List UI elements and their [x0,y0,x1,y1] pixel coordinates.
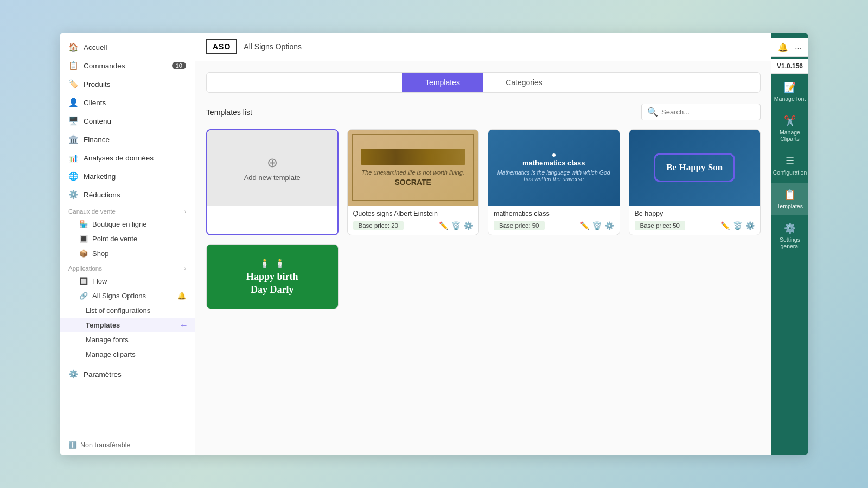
manage-font-icon: 📝 [784,81,796,93]
math-footer: mathematics class Base price: 50 ✏️ 🗑️ ⚙… [488,206,620,235]
sidebar-nav: 🏠 Accueil 📋 Commandes 10 🏷️ Produits 👤 C… [60,33,195,434]
templates-arrow: ← [180,320,188,330]
plus-icon: ⊕ [267,155,278,170]
sidebar-item-reductions[interactable]: ⚙️ Réductions [60,185,195,204]
rp-manage-font[interactable]: 📝 Manage font [771,76,808,107]
happy-footer: Be happy Base price: 50 ✏️ 🗑️ ⚙️ [629,206,761,235]
math-name: mathematics class [494,210,614,217]
app-title: All Signs Options [244,42,302,51]
commandes-badge: 10 [172,62,186,69]
right-panel: 🔔 ··· V1.0.156 📝 Manage font ✂️ Manage C… [771,33,808,455]
rp-configuration[interactable]: ☰ Configuration [771,150,808,181]
marketing-icon: 🌐 [68,171,78,181]
template-card-happy: Be Happy Son Be happy Base price: 50 ✏️ … [629,129,761,235]
math-price: Base price: 50 [494,221,545,230]
math-actions: ✏️ 🗑️ ⚙️ [580,221,614,230]
happy-name: Be happy [635,210,755,217]
happy-image: Be Happy Son [629,130,761,206]
einstein-settings-icon[interactable]: ⚙️ [464,221,473,230]
einstein-edit-icon[interactable]: ✏️ [439,221,448,230]
main-body: Templates Categories Templates list 🔍 ⊕ … [195,61,771,455]
einstein-delete-icon[interactable]: 🗑️ [451,221,461,230]
sidebar-item-templates[interactable]: Templates ← [60,318,195,332]
templates-grid: ⊕ Add new template The unexamined life i… [206,129,761,309]
einstein-footer: Quotes signs Albert Einstein Base price:… [348,206,479,235]
happy-delete-icon[interactable]: 🗑️ [733,221,742,230]
tab-templates[interactable]: Templates [402,73,483,92]
section-applications[interactable]: Applications › [60,261,195,274]
section-title: Templates list [206,108,252,117]
finance-icon: 🏛️ [68,134,78,144]
boutique-icon: 🏪 [79,220,88,228]
flow-icon: 🔲 [79,277,88,285]
configuration-icon: ☰ [786,155,794,167]
all-signs-icon: 🔗 [79,292,88,300]
content-icon: 🖥️ [68,116,78,126]
dots-icon[interactable]: ··· [795,43,802,52]
einstein-border [352,134,475,201]
settings-icon: ⚙️ [784,222,796,234]
right-panel-top-bar: 🔔 ··· [771,38,808,57]
section-canaux[interactable]: Canaux de vente › [60,204,195,217]
template-card-math: mathematics class Mathematics is the lan… [488,129,620,235]
sidebar-item-finance[interactable]: 🏛️ Finance [60,130,195,149]
template-card-einstein: The unexamined life is not worth living.… [347,129,480,235]
rp-templates[interactable]: 📋 Templates [771,183,808,215]
happy-price: Base price: 50 [635,221,686,230]
einstein-price-row: Base price: 20 ✏️ 🗑️ ⚙️ [353,221,474,230]
sidebar-item-flow[interactable]: 🔲 Flow [60,274,195,288]
happy-edit-icon[interactable]: ✏️ [720,221,730,230]
rp-templates-icon: 📋 [784,189,796,201]
add-new-image: ⊕ Add new template [207,130,337,206]
main-header: ASO All Signs Options [195,33,771,61]
sidebar-item-contenu[interactable]: 🖥️ Contenu [60,112,195,130]
sidebar-item-commandes[interactable]: 📋 Commandes 10 [60,56,195,75]
point-vente-icon: 🔳 [79,235,88,243]
products-icon: 🏷️ [68,79,78,89]
manage-cliparts-icon: ✂️ [784,115,796,127]
info-icon: ℹ️ [68,441,77,449]
search-input[interactable] [661,108,755,116]
clients-icon: 👤 [68,98,78,107]
rp-manage-cliparts[interactable]: ✂️ Manage Cliparts [771,110,808,147]
sidebar-item-point-vente[interactable]: 🔳 Point de vente [60,232,195,246]
happy-settings-icon[interactable]: ⚙️ [745,221,755,230]
sidebar-item-accueil[interactable]: 🏠 Accueil [60,38,195,56]
templates-toolbar: Templates list 🔍 [206,104,761,120]
tab-categories[interactable]: Categories [483,73,565,92]
math-settings-icon[interactable]: ⚙️ [605,221,614,230]
template-card-birthday: 🕯️ 🕯️ Happy birthDay Darly [206,244,339,309]
reductions-icon: ⚙️ [68,190,78,200]
sidebar-footer: ℹ️ Non transférable [60,434,195,455]
happy-actions: ✏️ 🗑️ ⚙️ [720,221,755,230]
math-edit-icon[interactable]: ✏️ [580,221,589,230]
rp-settings[interactable]: ⚙️ Settings general [771,217,808,255]
sidebar-item-parametres[interactable]: ⚙️ Paramètres [60,365,195,383]
applications-chevron: › [184,266,186,272]
search-box[interactable]: 🔍 [641,104,761,120]
math-price-row: Base price: 50 ✏️ 🗑️ ⚙️ [494,221,614,230]
sidebar-item-list-config[interactable]: List of configurations [60,303,195,318]
home-icon: 🏠 [68,42,78,52]
sidebar-item-shop[interactable]: 📦 Shop [60,246,195,261]
sidebar-item-clients[interactable]: 👤 Clients [60,93,195,112]
math-delete-icon[interactable]: 🗑️ [592,221,602,230]
sidebar-item-analyses[interactable]: 📊 Analyses de données [60,149,195,167]
version-label: V1.0.156 [771,59,808,74]
sidebar-item-marketing[interactable]: 🌐 Marketing [60,167,195,185]
add-new-template-card[interactable]: ⊕ Add new template [206,129,339,235]
sidebar: 🏠 Accueil 📋 Commandes 10 🏷️ Produits 👤 C… [60,33,195,455]
bell-icon[interactable]: 🔔 [778,42,788,52]
search-icon: 🔍 [647,107,658,117]
sidebar-item-all-signs[interactable]: 🔗 All Signs Options 🔔 [60,288,195,303]
birthday-image: 🕯️ 🕯️ Happy birthDay Darly [207,245,338,309]
einstein-image: The unexamined life is not worth living.… [348,130,479,206]
sidebar-item-produits[interactable]: 🏷️ Produits [60,75,195,93]
canaux-chevron: › [184,209,186,215]
sidebar-item-manage-cliparts[interactable]: Manage cliparts [60,347,195,362]
parametres-icon: ⚙️ [68,369,78,379]
sidebar-item-boutique[interactable]: 🏪 Boutique en ligne [60,217,195,232]
orders-icon: 📋 [68,61,78,70]
sidebar-item-manage-fonts[interactable]: Manage fonts [60,332,195,347]
analyses-icon: 📊 [68,153,78,163]
